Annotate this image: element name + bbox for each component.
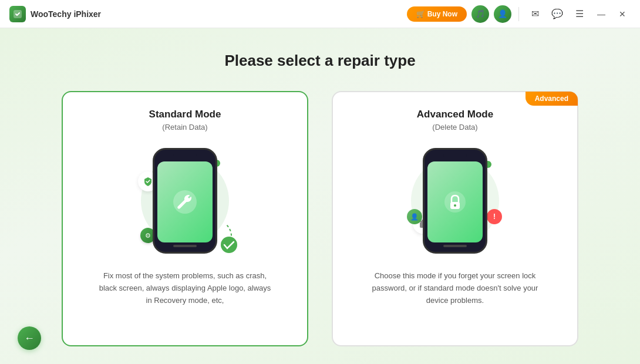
- buy-now-label: Buy Now: [427, 10, 457, 18]
- chat-button[interactable]: 💬: [548, 5, 566, 23]
- person-float-icon: 👤: [407, 209, 422, 224]
- advanced-mode-description: Choose this mode if you forget your scre…: [367, 270, 543, 306]
- phone-body-advanced: [423, 148, 487, 254]
- phone-body-standard: [153, 148, 217, 254]
- svg-point-5: [454, 204, 456, 207]
- user-icon: 👤: [498, 9, 507, 18]
- page-title: Please select a repair type: [224, 52, 415, 70]
- back-icon: ←: [24, 332, 35, 345]
- standard-mode-title: Standard Mode: [149, 109, 221, 120]
- app-name: WooTechy iPhixer: [31, 9, 101, 19]
- phone-notch: [173, 153, 197, 159]
- buy-now-button[interactable]: 🛒 Buy Now: [407, 6, 467, 22]
- music-button[interactable]: 🎵: [471, 5, 489, 23]
- titlebar-divider: [518, 7, 519, 21]
- standard-mode-card[interactable]: Standard Mode (Retain Data): [62, 91, 308, 346]
- minimize-icon: —: [597, 9, 605, 19]
- advanced-mode-card[interactable]: Advanced Advanced Mode (Delete Data): [332, 91, 578, 346]
- menu-button[interactable]: ☰: [571, 5, 588, 23]
- titlebar-actions: 🛒 Buy Now 🎵 👤 ✉ 💬 ☰ — ✕: [407, 5, 631, 23]
- warning-float-icon: !: [487, 209, 502, 224]
- advanced-mode-subtitle: (Delete Data): [432, 123, 477, 132]
- phone-screen-standard: [157, 161, 213, 242]
- close-icon: ✕: [619, 9, 626, 19]
- phone-screen-advanced: [427, 161, 483, 242]
- music-icon: 🎵: [476, 9, 485, 18]
- wrench-icon: [172, 189, 198, 215]
- close-button[interactable]: ✕: [614, 6, 631, 22]
- phone-notch-adv: [443, 153, 467, 159]
- mail-icon: ✉: [531, 8, 539, 19]
- app-logo: WooTechy iPhixer: [9, 6, 101, 22]
- advanced-badge: Advanced: [526, 92, 578, 106]
- lock-icon: [443, 190, 467, 214]
- buy-now-icon: 🛒: [416, 10, 425, 18]
- repair-type-cards: Standard Mode (Retain Data): [35, 91, 605, 346]
- back-button[interactable]: ←: [18, 326, 41, 350]
- phone-bottom-bar-adv: [443, 245, 467, 247]
- main-content: Please select a repair type Standard Mod…: [0, 28, 640, 364]
- svg-point-2: [221, 237, 237, 253]
- standard-phone-illustration: ⚙: [132, 142, 238, 259]
- mail-button[interactable]: ✉: [526, 5, 544, 23]
- user-account-button[interactable]: 👤: [494, 5, 511, 23]
- logo-icon: [9, 6, 26, 22]
- advanced-mode-title: Advanced Mode: [417, 109, 493, 120]
- titlebar: WooTechy iPhixer 🛒 Buy Now 🎵 👤 ✉ 💬 ☰ — ✕: [0, 0, 640, 28]
- minimize-button[interactable]: —: [593, 6, 609, 22]
- standard-mode-description: Fix most of the system problems, such as…: [97, 270, 273, 306]
- standard-mode-subtitle: (Retain Data): [162, 123, 207, 132]
- phone-bottom-bar: [173, 245, 197, 247]
- chat-icon: 💬: [551, 8, 563, 19]
- advanced-phone-illustration: 👤 !: [402, 142, 508, 259]
- menu-icon: ☰: [575, 8, 584, 19]
